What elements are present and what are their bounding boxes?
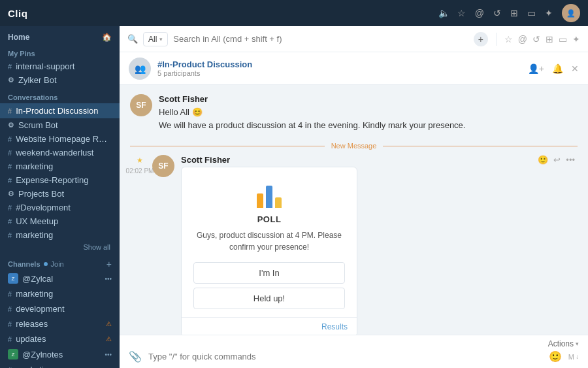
channel-item-marketing[interactable]: # marketing <box>0 286 120 301</box>
channel-item-zylnotes[interactable]: Z @Zylnotes ••• <box>0 346 120 362</box>
star-icon[interactable]: ☆ <box>457 8 466 18</box>
channel-item-updates[interactable]: # updates ⚠ <box>0 331 120 346</box>
chevron-down-icon: ▾ <box>159 36 163 42</box>
star-topbar-icon[interactable]: ☆ <box>504 34 513 44</box>
poll-option-im-in[interactable]: I'm In <box>193 262 345 284</box>
speaker-icon[interactable]: 🔈 <box>438 8 449 18</box>
at-topbar-icon[interactable]: @ <box>518 34 527 44</box>
home-label: Home <box>8 33 29 42</box>
hash-icon: # <box>8 366 12 369</box>
at-icon[interactable]: @ <box>475 8 484 18</box>
hash-icon: # <box>8 218 12 226</box>
sidebar-item-label: weekend-wanderlust <box>16 148 93 158</box>
poll-option-held-up[interactable]: Held up! <box>193 288 345 309</box>
sidebar-item-label: updates <box>16 334 102 344</box>
actions-button[interactable]: Actions ▾ <box>548 339 579 348</box>
message-row-2: ★ 02:02 PM SF Scott Fisher 🙂 ↩ ••• <box>130 155 578 335</box>
chat-header-actions: 👤+ 🔔 ✕ <box>528 63 579 74</box>
divider-line-right <box>383 146 578 146</box>
shield-icon[interactable]: ⊞ <box>510 8 518 18</box>
sidebar-item-label: Scrum Bot <box>18 120 58 130</box>
markdown-button[interactable]: M ↓ <box>568 353 579 361</box>
home-icon[interactable]: 🏠 <box>102 33 112 42</box>
emoji-react-icon[interactable]: 🙂 <box>538 155 548 165</box>
sidebar-item-projects-bot[interactable]: ⚙ Projects Bot <box>0 187 120 201</box>
more-actions-icon[interactable]: ••• <box>566 155 575 165</box>
search-icon: 🔍 <box>127 34 138 44</box>
message-input[interactable] <box>148 352 542 361</box>
search-add-button[interactable]: + <box>474 32 488 46</box>
sidebar-item-label: marketing <box>16 230 53 240</box>
warning-icon: ⚠ <box>106 335 112 343</box>
message-time: 02:02 PM <box>126 167 154 175</box>
clock-topbar-icon[interactable]: ↺ <box>532 34 540 44</box>
show-all[interactable]: Show all <box>0 242 120 255</box>
markdown-arrow-icon: ↓ <box>576 353 579 360</box>
sidebar-item-scrum-bot[interactable]: ⚙ Scrum Bot <box>0 118 120 132</box>
calendar-icon[interactable]: ▭ <box>527 8 536 18</box>
sidebar-item-label: Website Homepage Revamp <box>16 134 112 144</box>
settings-topbar-icon[interactable]: ✦ <box>572 34 580 44</box>
search-input[interactable] <box>173 34 468 44</box>
channel-group-icon: 👥 <box>129 58 151 80</box>
star-message-icon[interactable]: ★ <box>137 156 143 165</box>
screen-topbar-icon[interactable]: ⊞ <box>546 34 553 44</box>
reply-icon[interactable]: ↩ <box>553 155 561 165</box>
sidebar-item-website-homepage[interactable]: # Website Homepage Revamp <box>0 132 120 146</box>
channel-menu-icon[interactable]: ••• <box>105 351 112 358</box>
sidebar-item-development[interactable]: # #Development <box>0 201 120 214</box>
clock-icon[interactable]: ↺ <box>493 8 501 18</box>
bot-icon: ⚙ <box>8 190 14 198</box>
sidebar-item-expense-reporting[interactable]: # Expense-Reporting <box>0 173 120 187</box>
calendar-topbar-icon[interactable]: ▭ <box>559 34 567 44</box>
sidebar-item-weekend-wanderlust[interactable]: # weekend-wanderlust <box>0 146 120 159</box>
channel-item-marketing3[interactable]: # marketing <box>0 362 120 368</box>
message-left-meta: ★ 02:02 PM <box>130 155 150 335</box>
channel-app-icon: Z <box>8 273 18 284</box>
my-pins-header: My Pins <box>0 44 120 59</box>
bot-icon: ⚙ <box>8 76 14 84</box>
attach-icon[interactable]: 📎 <box>129 350 142 363</box>
channel-item-zylcal[interactable]: Z @Zylcal ••• <box>0 271 120 286</box>
sidebar-item-marketing2[interactable]: # marketing <box>0 228 120 242</box>
sidebar-item-zylker-bot[interactable]: ⚙ Zylker Bot <box>0 73 120 87</box>
hash-icon: # <box>8 135 12 143</box>
message-sender-2: Scott Fisher <box>181 155 230 165</box>
search-scope-selector[interactable]: All ▾ <box>143 32 168 46</box>
sidebar-item-internal-support[interactable]: # internal-support <box>0 59 120 73</box>
channels-join-label[interactable]: Join <box>51 260 64 268</box>
bot-icon: ⚙ <box>8 121 14 129</box>
sidebar-item-marketing[interactable]: # marketing <box>0 159 120 173</box>
channel-app-icon-green: Z <box>8 349 18 360</box>
chat-channel-name[interactable]: #In-Product Discussion <box>157 59 521 69</box>
sidebar-item-ux-meetup[interactable]: # UX Meetup <box>0 214 120 228</box>
poll-results[interactable]: Results <box>182 317 357 335</box>
poll-title: POLL <box>257 214 282 224</box>
notification-icon[interactable]: 🔔 <box>552 63 563 74</box>
conversations-header: Conversations <box>0 87 120 103</box>
home-header[interactable]: Home 🏠 <box>0 26 120 44</box>
puzzle-icon[interactable]: ✦ <box>545 8 553 18</box>
sidebar-item-label: In-Product Discussion <box>16 106 98 116</box>
sidebar-item-in-product-discussion[interactable]: # In-Product Discussion <box>0 103 120 118</box>
channels-add-icon[interactable]: + <box>106 259 112 269</box>
poll-bar-2 <box>266 186 272 208</box>
channels-section-header: Channels Join + <box>0 255 120 271</box>
avatar[interactable]: 👤 <box>562 4 580 22</box>
message-content-2: Scott Fisher 🙂 ↩ ••• <box>181 155 578 335</box>
add-participant-icon[interactable]: 👤+ <box>528 63 544 74</box>
channel-menu-icon[interactable]: ••• <box>105 275 112 282</box>
hash-icon: # <box>8 320 12 328</box>
channels-label: Channels <box>8 260 41 268</box>
sidebar-item-label: @Zylcal <box>22 274 53 284</box>
channel-item-development[interactable]: # development <box>0 301 120 316</box>
warning-icon: ⚠ <box>106 320 112 327</box>
message-row-1: SF Scott Fisher Hello All 😊 We will have… <box>130 94 578 131</box>
message-hover-actions: 🙂 ↩ ••• <box>538 155 578 165</box>
poll-bar-1 <box>257 193 263 208</box>
channel-item-releases[interactable]: # releases ⚠ <box>0 316 120 331</box>
actions-chevron-icon: ▾ <box>576 341 579 347</box>
close-icon[interactable]: ✕ <box>571 63 579 74</box>
message-text-1b: We will have a product discussion at 4 i… <box>159 119 578 132</box>
emoji-icon[interactable]: 🙂 <box>549 350 562 363</box>
